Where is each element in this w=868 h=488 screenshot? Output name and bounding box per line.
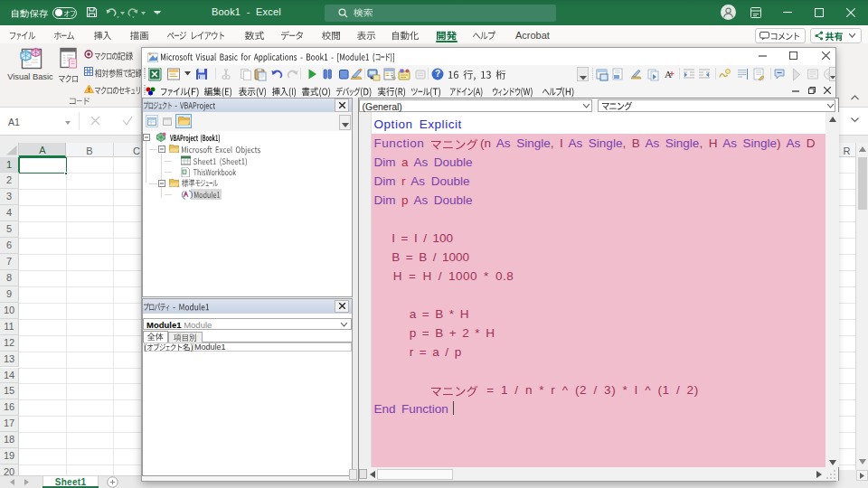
svg-text:?: ? [435, 69, 440, 79]
